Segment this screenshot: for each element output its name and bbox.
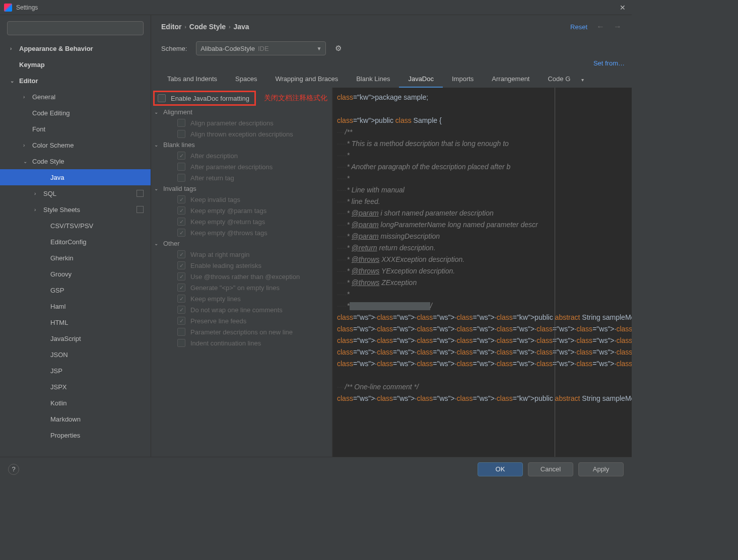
sidebar-item-editor[interactable]: ⌄Editor	[0, 73, 151, 89]
sidebar-item-font[interactable]: ·Font	[0, 121, 151, 137]
option-row: Keep empty lines	[151, 293, 332, 304]
chevron-right-icon: ›	[10, 46, 17, 51]
breadcrumb-editor[interactable]: Editor	[161, 23, 181, 31]
sidebar-item-properties[interactable]: ·Properties	[0, 427, 151, 443]
tree-item-label: SQL	[43, 190, 56, 197]
sidebar-item-jspx[interactable]: ·JSPX	[0, 379, 151, 395]
section-blank-lines[interactable]: ⌄Blank lines	[151, 139, 332, 150]
tab-imports[interactable]: Imports	[443, 72, 483, 88]
option-row: Keep invalid tags	[151, 194, 332, 205]
section-other[interactable]: ⌄Other	[151, 238, 332, 249]
gear-icon[interactable]: ⚙	[335, 44, 342, 53]
option-label: Keep empty @return tags	[190, 218, 265, 226]
code-line: ·····* @param i short named parameter de…	[337, 207, 632, 219]
option-row: Keep empty @return tags	[151, 216, 332, 227]
cancel-button[interactable]: Cancel	[528, 462, 573, 476]
tab-spaces[interactable]: Spaces	[226, 72, 266, 88]
tree-item-label: Code Style	[32, 158, 64, 165]
sidebar-item-sql[interactable]: ›SQL	[0, 185, 151, 201]
option-checkbox	[177, 130, 185, 138]
sidebar-item-keymap[interactable]: ·Keymap	[0, 56, 151, 73]
apply-button[interactable]: Apply	[578, 462, 624, 476]
code-line: class="kw">public class Sample {	[337, 115, 632, 126]
chevron-down-icon: ⌄	[154, 186, 161, 191]
sidebar-item-general[interactable]: ›General	[0, 89, 151, 105]
tab-tabs-and-indents[interactable]: Tabs and Indents	[158, 72, 226, 88]
sidebar-item-gsp[interactable]: ·GSP	[0, 282, 151, 298]
caret-selection	[350, 302, 430, 310]
scheme-value: Alibaba-CodeStyle	[200, 45, 255, 52]
code-line: class="ws">·class="ws">·class="ws">·clas…	[337, 358, 632, 370]
sidebar-item-html[interactable]: ·HTML	[0, 314, 151, 330]
option-row: Generate "<p>" on empty lines	[151, 282, 332, 293]
sidebar-item-code-editing[interactable]: ·Code Editing	[0, 105, 151, 121]
enable-javadoc-checkbox[interactable]	[158, 94, 166, 102]
nav-forward-icon: →	[614, 22, 622, 31]
code-line: class="ws">·class="ws">·class="ws">·clas…	[337, 335, 632, 346]
tree-item-label: JSP	[50, 367, 62, 375]
sidebar-item-color-scheme[interactable]: ›Color Scheme	[0, 137, 151, 153]
tabs-overflow-icon[interactable]: ▾	[581, 77, 584, 83]
tab-wrapping-and-braces[interactable]: Wrapping and Braces	[266, 72, 347, 88]
tree-item-label: GSP	[50, 287, 64, 294]
tab-arrangement[interactable]: Arrangement	[483, 72, 539, 88]
sidebar-item-markdown[interactable]: ·Markdown	[0, 411, 151, 427]
help-button[interactable]: ?	[8, 464, 19, 475]
tree-item-label: JSPX	[50, 383, 67, 391]
option-row: Preserve line feeds	[151, 315, 332, 326]
breadcrumb-java: Java	[234, 23, 249, 31]
module-badge-icon	[137, 190, 144, 197]
tree-item-label: Font	[32, 125, 45, 133]
section-invalid-tags[interactable]: ⌄Invalid tags	[151, 183, 332, 194]
reset-link[interactable]: Reset	[570, 23, 587, 31]
close-icon[interactable]: ✕	[618, 4, 628, 12]
chevron-down-icon: ⌄	[154, 142, 161, 148]
search-input[interactable]	[7, 21, 144, 35]
sidebar-item-appearance-behavior[interactable]: ›Appearance & Behavior	[0, 40, 151, 56]
sidebar-item-haml[interactable]: ·Haml	[0, 298, 151, 314]
code-preview: class="kw">package sample; class="kw">pu…	[332, 88, 632, 457]
sidebar-item-style-sheets[interactable]: ›Style Sheets	[0, 201, 151, 218]
chevron-down-icon: ▼	[316, 46, 321, 51]
option-label: Keep empty @param tags	[190, 207, 266, 215]
sidebar-item-javascript[interactable]: ·JavaScript	[0, 330, 151, 346]
sidebar-item-java[interactable]: ·Java	[0, 169, 151, 185]
option-row: Keep empty @param tags	[151, 205, 332, 216]
sidebar-item-groovy[interactable]: ·Groovy	[0, 266, 151, 282]
content: ⌕ ›Appearance & Behavior·Keymap⌄Editor›G…	[0, 15, 632, 457]
module-badge-icon	[137, 206, 144, 213]
option-row: Enable leading asterisks	[151, 260, 332, 271]
option-label: Keep empty lines	[190, 295, 241, 303]
code-line: ·····* @param missingDescription	[337, 231, 632, 242]
tab-code-g[interactable]: Code G	[539, 72, 579, 88]
tree-item-label: Java	[50, 174, 64, 181]
code-line	[337, 370, 632, 381]
section-title: Blank lines	[163, 141, 195, 149]
window-title: Settings	[16, 4, 38, 11]
set-from-link[interactable]: Set from…	[593, 59, 625, 67]
breadcrumb-codestyle[interactable]: Code Style	[189, 23, 226, 31]
ok-button[interactable]: OK	[478, 462, 523, 476]
breadcrumb: Editor › Code Style › Java	[161, 23, 249, 31]
highlight-annotation-box: Enable JavaDoc formatting	[153, 91, 256, 106]
section-alignment[interactable]: ⌄Alignment	[151, 107, 332, 117]
tab-blank-lines[interactable]: Blank Lines	[347, 72, 399, 88]
option-row: Indent continuation lines	[151, 337, 332, 348]
tree-item-label: General	[32, 93, 55, 101]
sidebar-item-kotlin[interactable]: ·Kotlin	[0, 395, 151, 411]
sidebar-item-code-style[interactable]: ⌄Code Style	[0, 153, 151, 169]
chevron-right-icon: ›	[23, 143, 30, 148]
option-label: After return tag	[190, 174, 234, 182]
option-label: Generate "<p>" on empty lines	[190, 284, 280, 292]
chevron-down-icon: ⌄	[23, 159, 30, 164]
sidebar-item-csv-tsv-psv[interactable]: ·CSV/TSV/PSV	[0, 218, 151, 234]
settings-tree[interactable]: ›Appearance & Behavior·Keymap⌄Editor›Gen…	[0, 40, 151, 457]
sidebar-item-gherkin[interactable]: ·Gherkin	[0, 250, 151, 266]
sidebar-item-json[interactable]: ·JSON	[0, 346, 151, 363]
section-title: Invalid tags	[163, 185, 196, 192]
code-line: class="ws">·class="ws">·class="ws">·clas…	[337, 312, 632, 323]
sidebar-item-editorconfig[interactable]: ·EditorConfig	[0, 234, 151, 250]
tab-javadoc[interactable]: JavaDoc	[399, 72, 443, 88]
sidebar-item-jsp[interactable]: ·JSP	[0, 363, 151, 379]
scheme-combobox[interactable]: Alibaba-CodeStyleIDE ▼	[196, 41, 326, 55]
